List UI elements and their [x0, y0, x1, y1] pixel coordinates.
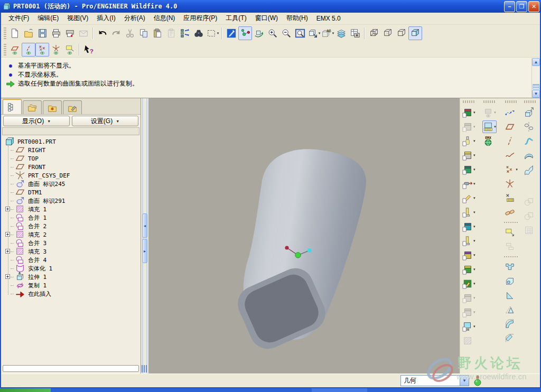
panel-splitter[interactable]: ◄ ► [141, 98, 148, 374]
emx-edit-button[interactable]: ▾ [462, 192, 476, 204]
menu-info[interactable]: 信息(N) [150, 13, 180, 24]
minimize-button[interactable]: － [504, 1, 515, 12]
emx-process-button[interactable]: ▾ [462, 277, 476, 290]
open-file-button[interactable] [22, 26, 35, 40]
toolbar-drag-handle[interactable] [4, 27, 6, 39]
selection-filter-combo[interactable]: 几何 ▼ [400, 375, 469, 386]
no-hidden-button[interactable] [395, 26, 408, 40]
datum-plane-button[interactable] [504, 120, 516, 133]
dropdown-arrow-icon[interactable]: ▾ [473, 153, 475, 157]
analysis-feature-button[interactable] [504, 192, 516, 204]
emx-support-button[interactable]: ▾ [462, 235, 476, 247]
draft-button[interactable] [504, 303, 516, 316]
dropdown-arrow-icon[interactable]: ▾ [473, 139, 475, 143]
collapse-left-sash[interactable]: ◄ [142, 213, 147, 238]
graphics-area[interactable] [148, 98, 460, 374]
dropdown-arrow-icon[interactable]: ▾ [217, 31, 219, 35]
tab-model-tree[interactable] [3, 99, 22, 114]
tree-expand-icon[interactable]: + [5, 274, 10, 279]
start-button-edge[interactable] [0, 388, 51, 392]
print-button[interactable] [49, 26, 63, 40]
tree-node-在此插入[interactable]: 在此插入 [3, 290, 141, 298]
dropdown-arrow-icon[interactable]: ▾ [473, 253, 475, 257]
emx-drawing-button[interactable]: ▾ [462, 292, 476, 304]
emx-screw-button[interactable]: ▾ [462, 178, 476, 190]
emx-pillar-button[interactable]: ▾ [462, 206, 476, 219]
emx-moldbase-button[interactable]: ▾ [462, 120, 476, 133]
csys-display-toggle[interactable] [49, 43, 63, 57]
title-bar[interactable]: PRT0001 (活动的) - Pro/ENGINEER Wildfire 4.… [0, 0, 541, 13]
rib-button[interactable] [504, 289, 516, 302]
menu-insert[interactable]: 插入(I) [92, 13, 119, 24]
emx-about-button[interactable]: EMX [482, 135, 494, 147]
orient-mode-button[interactable] [252, 26, 266, 40]
merge-button[interactable] [523, 210, 535, 222]
style-button[interactable] [523, 163, 535, 176]
dropdown-arrow-icon[interactable]: ▾ [473, 110, 475, 115]
annotation-feature-button[interactable] [504, 226, 516, 239]
plot-button[interactable] [63, 26, 77, 40]
tree-display-button[interactable]: 显示(O)▼ [3, 116, 70, 126]
round-button[interactable] [504, 318, 516, 330]
save-button[interactable] [35, 26, 49, 40]
pattern-button[interactable] [523, 224, 535, 237]
emx-pattern-button[interactable] [462, 334, 473, 347]
dropdown-arrow-icon[interactable]: ▾ [473, 310, 475, 314]
tab-connections[interactable] [63, 100, 82, 114]
wireframe-button[interactable] [367, 26, 381, 40]
revolve-button[interactable] [523, 120, 535, 133]
paste-special-button[interactable] [164, 26, 178, 40]
emx-slider-button[interactable]: ▾ [462, 249, 476, 262]
layers-button[interactable] [334, 26, 348, 40]
datum-curve-button[interactable] [504, 149, 516, 162]
menu-file[interactable]: 文件(F) [4, 13, 33, 24]
point-display-toggle[interactable] [35, 43, 49, 57]
send-email-button[interactable] [77, 26, 90, 40]
variable-section-sweep-button[interactable] [523, 135, 535, 147]
hole-button[interactable] [504, 260, 516, 273]
dropdown-arrow-icon[interactable]: ▾ [319, 31, 321, 35]
dropdown-arrow-icon[interactable]: ▾ [494, 110, 496, 115]
menu-view[interactable]: 视图(V) [63, 13, 92, 24]
toolbar-drag-handle[interactable] [505, 100, 517, 103]
mirror-button[interactable] [523, 195, 535, 208]
emx-plate-button[interactable]: ▾ [462, 163, 476, 176]
message-scrollbar[interactable]: ▲ ▼ [531, 58, 540, 98]
toolbar-drag-handle[interactable] [524, 100, 536, 103]
tree-horizontal-scrollbar[interactable] [3, 365, 139, 372]
emx-project-button[interactable]: ▾ [462, 106, 476, 119]
view-names-button[interactable]: AB▾ [321, 26, 334, 40]
dropdown-arrow-icon[interactable]: ▾ [473, 324, 475, 329]
extrude-button[interactable] [523, 106, 535, 119]
toolbar-drag-handle[interactable] [483, 100, 495, 103]
dropdown-arrow-icon[interactable]: ▾ [473, 296, 475, 300]
dropdown-arrow-icon[interactable]: ▾ [332, 31, 334, 35]
curve-through-points-button[interactable] [504, 106, 516, 119]
zoom-in-button[interactable] [266, 26, 279, 40]
saved-views-button[interactable]: ▾ [307, 26, 321, 40]
taskbar-button-edge[interactable] [312, 388, 367, 392]
emx-cooling-button[interactable]: ▾ [462, 220, 476, 233]
restore-button[interactable]: ❐ [516, 1, 527, 12]
dropdown-arrow-icon[interactable]: ▾ [473, 196, 475, 200]
dropdown-arrow-icon[interactable]: ▾ [473, 282, 475, 286]
toolbar-drag-handle[interactable] [4, 44, 6, 55]
find-button[interactable] [192, 26, 206, 40]
toolbar-drag-handle[interactable] [463, 100, 474, 103]
scroll-track[interactable] [532, 66, 540, 83]
copy-button[interactable] [137, 26, 151, 40]
emx-clamp-button[interactable]: ▾ [462, 306, 476, 319]
datum-csys-button[interactable] [504, 178, 516, 190]
menu-window[interactable]: 窗口(W) [251, 13, 282, 24]
part-model[interactable] [232, 149, 366, 354]
dropdown-arrow-icon[interactable]: ▾ [473, 239, 475, 243]
refit-button[interactable] [293, 26, 307, 40]
cut-button[interactable] [123, 26, 137, 40]
dropdown-arrow-icon[interactable]: ▾ [473, 182, 475, 186]
menu-edit[interactable]: 编辑(E) [33, 13, 63, 24]
copy-geometry-button[interactable] [504, 206, 516, 219]
message-resize-grip[interactable] [533, 84, 539, 89]
datum-point-button[interactable]: ▾ [504, 163, 518, 176]
datum-axis-button[interactable] [504, 135, 516, 147]
dropdown-arrow-icon[interactable]: ▾ [473, 125, 475, 129]
